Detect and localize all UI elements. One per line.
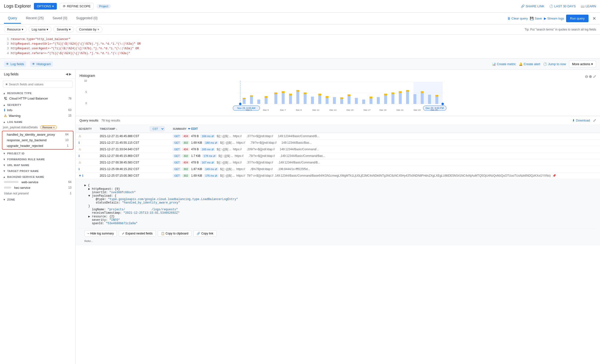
resource-type-item[interactable]: 🏗 Cloud HTTP Load Balancer 78 — [0, 96, 75, 101]
tab-query[interactable]: Query — [4, 13, 21, 24]
learn-button[interactable]: 📖 LEARN — [581, 4, 596, 8]
table-row[interactable]: ⚠ 2021-12-27 21:46:45.888 CST GET 404 47… — [76, 133, 600, 139]
log-item-response[interactable]: response_sent_by_backend 13 — [3, 137, 72, 143]
svg-rect-23 — [318, 94, 321, 95]
timezone-select[interactable]: CST UTC Local — [150, 126, 165, 131]
main-content: Log fields ◀ ▶ ≡ ▲ RESOURCE TYPE 🏗 Cloud… — [0, 70, 600, 364]
section-resource-type[interactable]: ▲ RESOURCE TYPE — [0, 90, 75, 96]
more-actions-button[interactable]: More actions ▾ — [569, 61, 596, 68]
row-severity: ⚠ — [76, 159, 97, 166]
section-log-name[interactable]: ▲ LOG NAME — [0, 119, 75, 124]
zoom-in-button[interactable]: ⊕ — [589, 74, 592, 79]
section-zone[interactable]: ▼ ZONE — [0, 196, 75, 202]
row-summary: GET 302 1.69 KiB 176 ms ⇄ ${{::-j}}${:..… — [170, 172, 600, 179]
section-backend-service[interactable]: ▲ BACKEND SERVICE NAME — [0, 173, 75, 179]
row-severity: ℹ — [76, 166, 97, 172]
svg-point-51 — [441, 103, 444, 105]
severity-warning-item[interactable]: ⚠ Warning 15 — [0, 113, 75, 119]
left-panel: Log fields ◀ ▶ ≡ ▲ RESOURCE TYPE 🏗 Cloud… — [0, 70, 76, 364]
panel-search[interactable]: ≡ — [3, 81, 72, 88]
svg-text:Dec 9: Dec 9 — [296, 109, 302, 111]
download-button[interactable]: ⬇ Download — [572, 119, 590, 122]
section-url-map[interactable]: ▼ URL MAP NAME — [0, 162, 75, 168]
query-editor[interactable]: 1 resource.type="http_load_balancer" 2 h… — [0, 35, 600, 59]
table-row[interactable]: ⚠ 2021-12-27 00:38:45.583 CST GET 404 47… — [76, 159, 600, 166]
remove-filter-button[interactable]: Remove × — [40, 125, 57, 129]
share-link-button[interactable]: 🔗 SHARE LINK — [521, 4, 544, 8]
expand-nested-button[interactable]: ⤢ Expand nested fields — [119, 230, 156, 237]
table-row[interactable]: ℹ 2021-12-27 00:45:15.869 CST GET 302 1.… — [76, 152, 600, 159]
correlate-by-chip[interactable]: Correlate by + — [76, 26, 102, 32]
svg-text:Dec 25: Dec 25 — [431, 109, 438, 111]
backend-web-service[interactable]: web-service 64 — [0, 179, 75, 185]
close-button[interactable]: ✕ — [592, 16, 596, 21]
log-item-upgrade[interactable]: upgrade_header_rejected 1 — [3, 143, 72, 149]
expand-histogram-button[interactable]: ⤢ — [593, 74, 596, 79]
results-section: Query results 78 log results ⬇ Download … — [76, 116, 600, 364]
severity-info-item[interactable]: ℹ Info 63 — [0, 107, 75, 113]
filter-bar: Resource ▾ Log name ▾ Severity ▾ Correla… — [0, 24, 600, 35]
table-row[interactable]: ⚠ 2021-12-27 21:33:04.640 CST GET 404 47… — [76, 146, 600, 152]
histogram-svg: Nov 29, 6:00 AM Dec 29, 6:00 PM Dec 3 De… — [80, 80, 596, 111]
table-row[interactable]: ℹ 2021-12-27 21:45:55.115 CST GET 302 1.… — [76, 139, 600, 146]
histogram-view-button[interactable]: 👁 Histogram — [30, 61, 53, 67]
search-input[interactable] — [9, 82, 70, 86]
create-alert-button[interactable]: 🔔 Create alert — [519, 62, 540, 66]
backend-not-present[interactable]: Value not present 1 — [0, 191, 75, 196]
save-button[interactable]: 💾 Save — [530, 17, 542, 20]
resource-chip[interactable]: Resource ▾ — [4, 26, 27, 32]
query-line-2: 2 httpRequest.requestUrl=~"(?i)(\$|\%24)… — [4, 42, 596, 46]
info-severity-icon: ℹ — [79, 154, 80, 158]
create-metric-button[interactable]: 📊 Create metric — [492, 62, 516, 66]
options-button[interactable]: OPTIONS ▾ — [34, 3, 57, 10]
svg-rect-42 — [406, 92, 409, 104]
expand-results-button[interactable]: ⤢ — [593, 118, 596, 123]
backend-hec-service[interactable]: hec-service 13 — [0, 185, 75, 191]
query-tab-bar: Query Recent (25) Saved (0) Suggested (0… — [0, 13, 600, 24]
refine-scope-button[interactable]: ⟳ REFINE SCOPE — [60, 3, 94, 10]
tab-saved[interactable]: Saved (0) — [49, 13, 71, 24]
run-query-button[interactable]: Run query — [566, 15, 589, 22]
svg-rect-12 — [274, 92, 277, 94]
col-tz[interactable]: CST UTC Local — [147, 125, 170, 133]
svg-rect-14 — [282, 91, 285, 93]
copy-link-button[interactable]: 🔗 Copy link — [193, 230, 216, 237]
zoom-out-button[interactable]: ⊖ — [585, 74, 588, 79]
panel-collapse-button[interactable]: ◀ ▶ — [66, 72, 71, 76]
table-row[interactable]: ℹ 2021-12-25 09:46:15.202 CST GET 302 1.… — [76, 166, 600, 172]
log-item-handled[interactable]: handled_by_identity_aware_proxy 64 — [3, 132, 72, 137]
pin-icon[interactable]: 📌 — [552, 174, 556, 177]
svg-text:Dec 5: Dec 5 — [263, 109, 269, 111]
svg-rect-18 — [296, 90, 299, 92]
section-forwarding-rule[interactable]: ▼ FORWARDING RULE NAME — [0, 156, 75, 162]
row-timestamp: 2021-12-25 07:15:00.360 CST — [97, 172, 147, 179]
svg-text:Dec 17: Dec 17 — [364, 109, 371, 111]
section-target-proxy[interactable]: ▼ TARGET PROXY NAME — [0, 168, 75, 173]
section-severity[interactable]: ▲ SEVERITY — [0, 101, 75, 107]
tab-recent[interactable]: Recent (25) — [22, 13, 48, 24]
last-days-button[interactable]: 🕐 LAST 30 DAYS — [549, 4, 576, 8]
histogram-wrapper: ‹ 10 5 0 — [80, 80, 596, 112]
log-fields-view-button[interactable]: 👁 Log fields — [4, 61, 26, 67]
clear-query-button[interactable]: 🗑 Clear query — [507, 17, 528, 20]
svg-rect-43 — [406, 90, 409, 92]
svg-rect-36 — [384, 95, 387, 104]
tab-suggested[interactable]: Suggested (0) — [72, 13, 101, 24]
log-name-filter: json_payload.statusDetails Remove × — [0, 124, 75, 130]
jump-to-now-button[interactable]: 🕐 Jump to now — [543, 62, 566, 66]
svg-text:Dec 15: Dec 15 — [347, 109, 354, 111]
svg-rect-32 — [362, 100, 365, 104]
log-name-chip[interactable]: Log name ▾ — [29, 26, 52, 32]
row-severity: ▼ ℹ — [76, 172, 97, 179]
svg-rect-34 — [370, 97, 372, 98]
expanded-table-row[interactable]: ▼ ℹ 2021-12-25 07:15:00.360 CST GET 302 … — [76, 172, 600, 179]
edit-icon[interactable]: ✏ EDIT — [188, 127, 198, 131]
copy-clipboard-button[interactable]: 📋 Copy to clipboard — [158, 230, 191, 237]
severity-chip[interactable]: Severity ▾ — [53, 26, 74, 32]
col-timestamp[interactable]: TIMESTAMP ↓ — [97, 125, 147, 133]
hide-summary-button[interactable]: – Hide log summary — [84, 230, 117, 237]
svg-rect-35 — [377, 97, 380, 104]
stream-logs-button[interactable]: ▶ Stream logs — [544, 17, 564, 20]
query-line-1: 1 resource.type="http_load_balancer" — [4, 37, 596, 42]
section-project-id[interactable]: ▼ PROJECT ID — [0, 150, 75, 156]
